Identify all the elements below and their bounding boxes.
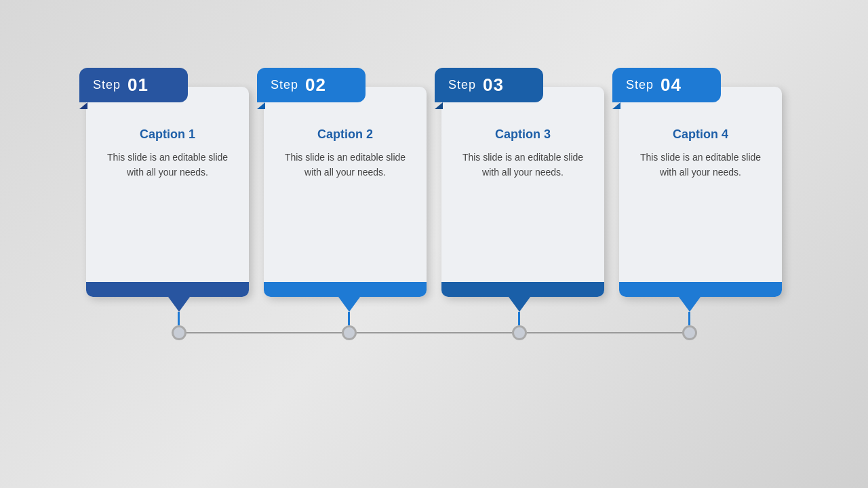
- caption-title-4: Caption 4: [631, 127, 770, 142]
- badge-tail-1: [79, 102, 87, 109]
- triangle-2: [338, 297, 360, 312]
- triangle-3: [509, 297, 530, 312]
- card-body-3: Caption 3This slide is an editable slide…: [441, 87, 604, 297]
- badge-tail-4: [612, 102, 620, 109]
- connector-1: [101, 297, 256, 340]
- step-badge-1: Step01: [79, 68, 188, 102]
- caption-text-4: This slide is an editable slide with all…: [631, 150, 770, 180]
- card-body-1: Caption 1This slide is an editable slide…: [86, 87, 249, 297]
- step-label-1: Step: [93, 78, 121, 92]
- step-number-1: 01: [127, 75, 149, 96]
- circle-dot-3: [512, 325, 527, 340]
- step-number-2: 02: [305, 75, 326, 96]
- caption-text-3: This slide is an editable slide with all…: [454, 150, 592, 180]
- caption-text-1: This slide is an editable slide with all…: [98, 150, 237, 180]
- line-v-2: [348, 312, 350, 325]
- step-card-2: Step02Caption 2This slide is an editable…: [264, 87, 427, 297]
- connector-2: [271, 297, 427, 340]
- step-badge-4: Step04: [612, 68, 721, 102]
- step-label-3: Step: [448, 78, 476, 92]
- step-number-3: 03: [483, 75, 504, 96]
- triangle-4: [679, 297, 701, 312]
- step-badge-3: Step03: [435, 68, 543, 102]
- card-bottom-bar-3: [441, 282, 604, 297]
- card-body-2: Caption 2This slide is an editable slide…: [264, 87, 427, 297]
- caption-text-2: This slide is an editable slide with all…: [276, 150, 414, 180]
- card-bottom-bar-2: [264, 282, 427, 297]
- cards-row: Step01Caption 1This slide is an editable…: [86, 68, 782, 297]
- caption-title-1: Caption 1: [98, 127, 237, 142]
- line-v-3: [518, 312, 520, 325]
- step-card-3: Step03Caption 3This slide is an editable…: [441, 87, 604, 297]
- step-label-4: Step: [626, 78, 654, 92]
- badge-tail-3: [435, 102, 443, 109]
- line-v-1: [178, 312, 180, 325]
- caption-title-2: Caption 2: [276, 127, 414, 142]
- step-card-1: Step01Caption 1This slide is an editable…: [86, 87, 249, 297]
- circle-dot-4: [682, 325, 697, 340]
- step-label-2: Step: [271, 78, 298, 92]
- line-v-4: [688, 312, 690, 325]
- connectors-row: [101, 297, 767, 340]
- step-badge-2: Step02: [257, 68, 366, 102]
- circle-dot-1: [172, 325, 186, 340]
- circle-dot-2: [342, 325, 357, 340]
- connector-3: [441, 297, 597, 340]
- card-bottom-bar-1: [86, 282, 249, 297]
- connector-4: [612, 297, 767, 340]
- triangle-1: [168, 297, 190, 312]
- card-body-4: Caption 4This slide is an editable slide…: [619, 87, 782, 297]
- step-number-4: 04: [660, 75, 682, 96]
- timeline-line: [182, 332, 686, 333]
- caption-title-3: Caption 3: [454, 127, 592, 142]
- badge-tail-2: [257, 102, 265, 109]
- card-bottom-bar-4: [619, 282, 782, 297]
- step-card-4: Step04Caption 4This slide is an editable…: [619, 87, 782, 297]
